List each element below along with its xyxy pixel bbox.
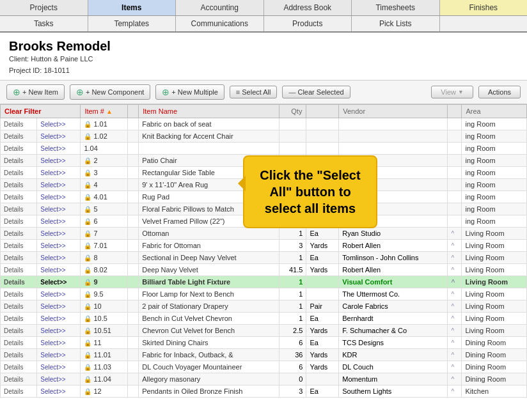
actions-button[interactable]: Actions (478, 86, 521, 98)
select-link[interactable]: Select>> (37, 167, 81, 179)
select-link[interactable]: Select>> (37, 130, 81, 143)
details-link[interactable]: Details (1, 313, 37, 325)
qty-cell: 41.5 (279, 264, 306, 276)
item-number: 🔒 4.01 (81, 191, 128, 203)
qty-cell: 6 (279, 361, 306, 373)
vendor-icon-cell (448, 130, 462, 143)
details-link[interactable]: Details (1, 228, 37, 240)
vendor-link-icon: ^ (451, 242, 454, 249)
item-name-header[interactable]: Item Name (139, 105, 279, 118)
details-link[interactable]: Details (1, 130, 37, 143)
details-link[interactable]: Details (1, 300, 37, 313)
unit-header (306, 105, 339, 118)
select-link[interactable]: Select>> (37, 215, 81, 228)
select-link[interactable]: Select>> (37, 252, 81, 264)
lock-cell (128, 385, 139, 398)
details-link[interactable]: Details (1, 215, 37, 228)
select-link[interactable]: Select>> (37, 228, 81, 240)
select-link[interactable]: Select>> (37, 313, 81, 325)
nav-tasks[interactable]: Tasks (0, 16, 88, 31)
page-title: Brooks Remodel (9, 39, 518, 54)
details-link[interactable]: Details (1, 325, 37, 337)
details-link[interactable]: Details (1, 337, 37, 349)
vendor-icon-cell (448, 203, 462, 215)
area-cell: ing Room (462, 118, 527, 130)
select-link[interactable]: Select>> (37, 361, 81, 373)
nav-accounting[interactable]: Accounting (176, 0, 264, 15)
nav-products[interactable]: Products (264, 16, 352, 31)
select-link[interactable]: Select>> (37, 240, 81, 252)
nav-finishes[interactable]: Finishes (440, 0, 528, 15)
details-link[interactable]: Details (1, 191, 37, 203)
vendor-icon-header (448, 105, 462, 118)
minus-icon: — (288, 88, 295, 96)
item-name-cell: Ottoman (139, 228, 279, 240)
select-link[interactable]: Select>> (37, 179, 81, 191)
new-multiple-button[interactable]: ⊕ + New Multiple (155, 84, 224, 100)
details-link[interactable]: Details (1, 143, 37, 155)
details-link[interactable]: Details (1, 264, 37, 276)
details-link[interactable]: Details (1, 361, 37, 373)
select-link[interactable]: Select>> (37, 118, 81, 130)
select-link[interactable]: Select>> (37, 373, 81, 385)
details-link[interactable]: Details (1, 179, 37, 191)
select-link[interactable]: Select>> (37, 349, 81, 361)
item-number: 🔒 7.01 (81, 240, 128, 252)
details-link[interactable]: Details (1, 240, 37, 252)
select-link[interactable]: Select>> (37, 203, 81, 215)
select-link[interactable]: Select>> (37, 155, 81, 167)
details-link[interactable]: Details (1, 203, 37, 215)
vendor-icon-cell: ^ (448, 252, 462, 264)
vendor-icon-cell (448, 215, 462, 228)
select-link[interactable]: Select>> (37, 143, 81, 155)
item-name-cell (139, 143, 279, 155)
vendor-icon-cell (448, 155, 462, 167)
select-link[interactable]: Select>> (37, 288, 81, 300)
new-item-button[interactable]: ⊕ + New Item (6, 84, 65, 100)
clear-filter-header[interactable]: Clear Filter (1, 105, 81, 118)
item-number: 🔒 10 (81, 300, 128, 313)
nav-projects[interactable]: Projects (0, 0, 88, 15)
area-header[interactable]: Area (462, 105, 527, 118)
select-link[interactable]: Select>> (37, 191, 81, 203)
select-link[interactable]: Select>> (37, 325, 81, 337)
select-link[interactable]: Select>> (37, 300, 81, 313)
area-cell: ing Room (462, 167, 527, 179)
vendor-icon-cell: ^ (448, 313, 462, 325)
details-link[interactable]: Details (1, 252, 37, 264)
details-link[interactable]: Details (1, 118, 37, 130)
select-link[interactable]: Select>> (37, 385, 81, 398)
details-link[interactable]: Details (1, 288, 37, 300)
nav-picklists[interactable]: Pick Lists (352, 16, 440, 31)
unit-cell: Yards (306, 325, 339, 337)
select-link[interactable]: Select>> (37, 337, 81, 349)
nav-items[interactable]: Items (88, 0, 177, 15)
qty-cell: 1 (279, 300, 306, 313)
vendor-link-icon: ^ (451, 267, 454, 274)
details-link[interactable]: Details (1, 385, 37, 398)
details-link[interactable]: Details (1, 276, 37, 288)
vendor-header[interactable]: Vendor (339, 105, 448, 118)
details-link[interactable]: Details (1, 155, 37, 167)
item-number: 🔒 6 (81, 215, 128, 228)
lock-icon: 🔒 (84, 206, 91, 213)
details-link[interactable]: Details (1, 349, 37, 361)
details-link[interactable]: Details (1, 167, 37, 179)
nav-templates[interactable]: Templates (88, 16, 177, 31)
nav-addressbook[interactable]: Address Book (264, 0, 352, 15)
select-link[interactable]: Select>> (37, 276, 81, 288)
qty-header[interactable]: Qty (279, 105, 306, 118)
clear-selected-button[interactable]: — Clear Selected (282, 86, 350, 98)
nav-communications[interactable]: Communications (176, 16, 264, 31)
select-all-button[interactable]: ≡ Select All (230, 86, 278, 98)
lock-icon: 🔒 (84, 254, 91, 261)
new-component-button[interactable]: ⊕ + New Component (70, 84, 150, 100)
view-button[interactable]: View ▼ (431, 86, 473, 98)
chevron-down-icon: ▼ (458, 89, 464, 95)
item-num-header[interactable]: Item # ▲ (81, 105, 128, 118)
details-link[interactable]: Details (1, 373, 37, 385)
nav-timesheets[interactable]: Timesheets (352, 0, 440, 15)
select-link[interactable]: Select>> (37, 264, 81, 276)
area-cell: Dining Room (462, 373, 527, 385)
vendor-link-icon: ^ (451, 279, 455, 286)
